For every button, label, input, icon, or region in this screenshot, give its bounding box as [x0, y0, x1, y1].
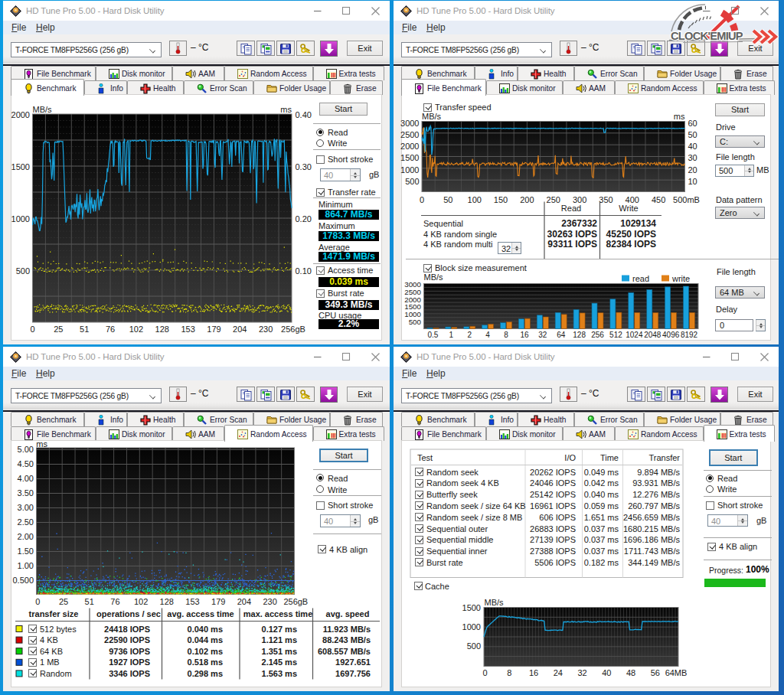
svg-text:Random seek / size 64 KB: Random seek / size 64 KB	[426, 501, 526, 511]
svg-text:76: 76	[106, 325, 115, 334]
svg-text:88.243 MB/s: 88.243 MB/s	[322, 635, 371, 644]
svg-text:150: 150	[494, 195, 508, 204]
svg-text:2000: 2000	[11, 110, 30, 119]
svg-text:1 MB: 1 MB	[40, 657, 60, 667]
svg-text:4 KB random multi: 4 KB random multi	[423, 240, 492, 249]
svg-text:9.894 MB/s: 9.894 MB/s	[637, 468, 680, 477]
svg-text:500mB: 500mB	[673, 195, 700, 204]
svg-text:45250 IOPS: 45250 IOPS	[606, 229, 656, 240]
svg-text:2048: 2048	[644, 331, 662, 339]
svg-text:Sequential middle: Sequential middle	[426, 535, 493, 544]
svg-text:Sequential inner: Sequential inner	[426, 547, 488, 556]
svg-text:606 IOPS: 606 IOPS	[539, 513, 576, 522]
svg-text:Butterfly seek: Butterfly seek	[426, 490, 478, 499]
svg-text:1696.186 MB/s: 1696.186 MB/s	[623, 535, 680, 544]
svg-text:0.049 ms: 0.049 ms	[584, 468, 619, 477]
svg-text:153: 153	[181, 325, 194, 334]
svg-text:Random seek / size 8 MB: Random seek / size 8 MB	[426, 513, 522, 522]
svg-text:0.298 ms: 0.298 ms	[188, 669, 223, 678]
svg-text:51: 51	[80, 325, 89, 334]
svg-text:30: 30	[688, 153, 697, 162]
svg-text:1029134: 1029134	[620, 218, 656, 229]
svg-text:12.276 MB/s: 12.276 MB/s	[632, 490, 680, 499]
svg-text:0.044 ms: 0.044 ms	[188, 635, 223, 644]
svg-text:read: read	[632, 274, 649, 283]
svg-text:4096: 4096	[662, 331, 680, 339]
svg-text:3000: 3000	[400, 119, 419, 128]
svg-text:ms: ms	[674, 112, 685, 121]
svg-text:64MB: 64MB	[665, 668, 688, 677]
svg-text:76: 76	[110, 597, 119, 606]
svg-text:350: 350	[599, 195, 612, 204]
svg-text:256gB: 256gB	[283, 597, 308, 606]
svg-text:200: 200	[520, 195, 534, 204]
svg-text:3.00: 3.00	[18, 503, 34, 512]
svg-text:2000: 2000	[400, 142, 419, 151]
svg-text:0.037 ms: 0.037 ms	[584, 535, 619, 544]
svg-text:1.00: 1.00	[18, 561, 34, 570]
svg-text:4.50: 4.50	[18, 459, 34, 468]
svg-text:32: 32	[577, 668, 586, 677]
svg-text:24: 24	[554, 668, 563, 677]
svg-text:256: 256	[591, 331, 604, 339]
svg-text:25: 25	[54, 325, 63, 334]
svg-text:102: 102	[129, 325, 143, 334]
svg-text:5.00: 5.00	[18, 445, 34, 454]
svg-text:0.102 ms: 0.102 ms	[188, 647, 223, 656]
svg-text:230: 230	[259, 325, 273, 334]
svg-text:operations / sec: operations / sec	[96, 609, 161, 618]
svg-text:40: 40	[602, 668, 611, 677]
svg-text:4 KB random single: 4 KB random single	[423, 230, 497, 239]
svg-text:I/O: I/O	[564, 453, 576, 462]
svg-text:30263 IOPS: 30263 IOPS	[547, 229, 597, 240]
svg-text:4: 4	[485, 331, 490, 339]
svg-text:50: 50	[688, 130, 697, 139]
svg-text:230: 230	[263, 597, 276, 606]
svg-text:0.037 ms: 0.037 ms	[584, 524, 619, 533]
svg-text:16: 16	[529, 668, 538, 677]
svg-text:0.40: 0.40	[296, 110, 312, 119]
svg-text:ms: ms	[280, 105, 292, 114]
svg-text:8192: 8192	[681, 331, 698, 339]
svg-text:0.127 ms: 0.127 ms	[262, 625, 297, 634]
svg-text:2.50: 2.50	[18, 517, 34, 527]
svg-text:1: 1	[449, 331, 454, 339]
svg-text:16961 IOPS: 16961 IOPS	[530, 501, 576, 511]
svg-text:1500: 1500	[400, 153, 419, 162]
svg-text:500: 500	[405, 177, 419, 186]
svg-text:4.00: 4.00	[18, 474, 34, 483]
svg-text:1000: 1000	[11, 214, 30, 224]
svg-text:300: 300	[573, 195, 586, 204]
svg-text:10: 10	[688, 177, 697, 186]
svg-text:256gB: 256gB	[281, 325, 305, 334]
svg-text:2.00: 2.00	[18, 532, 34, 541]
svg-text:48: 48	[626, 668, 635, 677]
svg-text:1500: 1500	[462, 603, 481, 612]
svg-text:3.50: 3.50	[18, 488, 34, 498]
svg-text:400: 400	[626, 195, 639, 204]
svg-text:2367332: 2367332	[561, 218, 597, 229]
svg-text:0.059 ms: 0.059 ms	[584, 501, 619, 511]
svg-text:25: 25	[59, 597, 68, 606]
svg-text:1.121 ms: 1.121 ms	[262, 635, 297, 644]
svg-text:8: 8	[507, 668, 511, 677]
svg-text:450: 450	[652, 195, 665, 204]
svg-text:1000: 1000	[400, 165, 419, 175]
svg-text:204: 204	[233, 325, 247, 334]
svg-text:0.10: 0.10	[296, 266, 312, 276]
svg-text:0.518 ms: 0.518 ms	[188, 657, 223, 667]
svg-text:5506 IOPS: 5506 IOPS	[534, 558, 576, 567]
svg-text:20: 20	[688, 165, 697, 175]
svg-text:93311 IOPS: 93311 IOPS	[547, 239, 597, 250]
svg-text:60: 60	[688, 119, 697, 128]
svg-text:2456.659 MB/s: 2456.659 MB/s	[623, 513, 680, 522]
svg-text:24046 IOPS: 24046 IOPS	[530, 478, 576, 488]
svg-text:64: 64	[557, 331, 566, 339]
svg-text:16: 16	[520, 331, 529, 339]
svg-text:3346 IOPS: 3346 IOPS	[109, 669, 150, 678]
svg-text:transfer size: transfer size	[29, 609, 79, 618]
svg-text:8: 8	[504, 331, 508, 339]
svg-text:20262 IOPS: 20262 IOPS	[530, 468, 576, 477]
svg-text:128: 128	[155, 325, 169, 334]
svg-text:Read: Read	[561, 204, 581, 213]
